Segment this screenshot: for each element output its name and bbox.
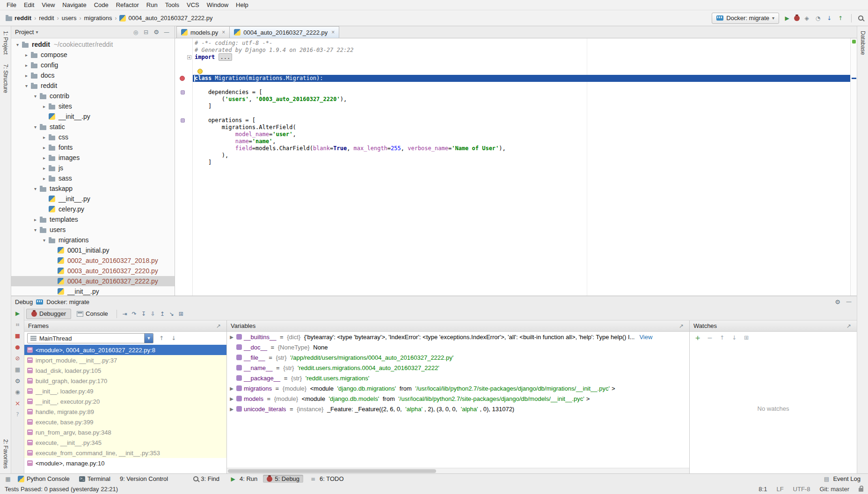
stack-frame[interactable]: __init__, loader.py:49 <box>24 386 226 396</box>
editor-gutter[interactable] <box>175 145 193 152</box>
toolwindow-button-terminal[interactable]: Terminal <box>75 475 114 483</box>
close-icon[interactable]: × <box>330 29 335 36</box>
tree-item[interactable]: ▾taskapp <box>11 183 175 194</box>
scrollbar-thumb[interactable] <box>228 469 436 473</box>
menu-code[interactable]: Code <box>90 0 112 9</box>
editor-gutter[interactable]: + <box>175 54 193 61</box>
tree-expand-icon[interactable]: ▸ <box>41 166 48 171</box>
tree-item[interactable]: ▸images <box>11 153 175 163</box>
tree-item[interactable]: ▸sass <box>11 173 175 183</box>
editor-gutter[interactable] <box>175 138 193 145</box>
mute-breakpoints-icon[interactable]: ⊘ <box>14 354 22 363</box>
variable-row[interactable]: __package__ = {str} 'reddit.users.migrat… <box>227 373 689 383</box>
view-link[interactable]: View <box>639 334 652 341</box>
editor-gutter[interactable] <box>175 47 193 54</box>
line-separator[interactable]: LF <box>776 486 783 493</box>
tree-collapse-icon[interactable]: ▾ <box>32 94 39 99</box>
editor-gutter[interactable] <box>175 75 193 82</box>
tool-button-favorites[interactable]: 2: Favorites <box>1 435 10 473</box>
stack-frame[interactable]: <module>, manage.py:10 <box>24 458 226 468</box>
add-icon[interactable]: + <box>693 334 702 342</box>
tree-expand-icon[interactable]: ▸ <box>41 104 48 109</box>
toolwindow-button-9-version-control[interactable]: 9: Version Control <box>116 475 172 483</box>
thread-selector[interactable]: MainThread ▼ <box>27 333 153 343</box>
menu-file[interactable]: File <box>3 0 20 9</box>
frame-up-icon[interactable]: ↑ <box>157 334 166 342</box>
move-down-icon[interactable]: ↓ <box>730 334 738 342</box>
stack-frame[interactable]: execute, base.py:399 <box>24 417 226 427</box>
editor-scrollbar[interactable] <box>850 38 857 296</box>
help-icon[interactable]: ? <box>14 410 22 419</box>
close-icon[interactable]: × <box>14 399 22 407</box>
collapse-all-icon[interactable]: ⊟ <box>142 28 150 36</box>
git-branch[interactable]: Git: master <box>819 486 849 493</box>
stack-frame[interactable]: handle, migrate.py:89 <box>24 407 226 417</box>
breadcrumb-item[interactable]: users <box>61 15 78 22</box>
tree-item[interactable]: ▸sites <box>11 101 175 111</box>
menu-tools[interactable]: Tools <box>161 0 183 9</box>
tree-expand-icon[interactable]: ▸ <box>41 145 48 150</box>
tree-item[interactable]: ▾contrib <box>11 91 175 101</box>
menu-window[interactable]: Window <box>203 0 232 9</box>
breakpoint-icon[interactable] <box>180 76 185 81</box>
chevron-down-icon[interactable]: ▼ <box>144 334 153 343</box>
editor-gutter[interactable] <box>175 96 193 103</box>
tree-expand-icon[interactable]: ▸ <box>32 217 39 222</box>
stack-frame[interactable]: __init__, executor.py:20 <box>24 396 226 407</box>
code-editor[interactable]: # -*- coding: utf-8 -*-# Generated by Dj… <box>175 38 850 296</box>
variable-row[interactable]: ▶models = {module} <module 'django.db.mo… <box>227 393 689 404</box>
show-execution-point-icon[interactable]: ⇥ <box>121 310 129 318</box>
menu-navigate[interactable]: Navigate <box>58 0 90 9</box>
settings-icon[interactable]: ⚙ <box>152 28 160 36</box>
tool-button-structure[interactable]: 7: Structure <box>1 59 10 98</box>
editor-gutter[interactable] <box>175 82 193 89</box>
tree-item[interactable]: 0003_auto_20160327_2220.py <box>11 266 175 276</box>
editor-gutter[interactable] <box>175 124 193 131</box>
resume-icon[interactable]: ▶ <box>14 309 22 318</box>
close-icon[interactable]: × <box>221 29 225 36</box>
tree-expand-icon[interactable]: ▸ <box>23 63 30 68</box>
expand-arrow-icon[interactable]: ▶ <box>229 334 234 340</box>
tree-expand-icon[interactable]: ▸ <box>23 73 30 78</box>
evaluate-expression-icon[interactable]: ⊞ <box>177 310 185 318</box>
step-into-icon[interactable]: ↧ <box>139 310 148 318</box>
settings-icon[interactable]: ⚙ <box>833 298 842 306</box>
tree-expand-icon[interactable]: ▸ <box>41 176 48 181</box>
tree-collapse-icon[interactable]: ▾ <box>14 42 21 47</box>
editor-gutter[interactable] <box>175 110 193 117</box>
editor-gutter[interactable] <box>175 103 193 110</box>
variable-row[interactable]: __doc__ = {NoneType} None <box>227 342 689 352</box>
variable-row[interactable]: __file__ = {str} '/app/reddit/users/migr… <box>227 352 689 363</box>
menu-refactor[interactable]: Refactor <box>112 0 143 9</box>
tree-collapse-icon[interactable]: ▾ <box>41 238 48 243</box>
breadcrumb-item[interactable]: migrations <box>83 15 113 22</box>
expand-arrow-icon[interactable]: ▶ <box>229 407 234 412</box>
tool-button-project[interactable]: 1: Project <box>1 26 10 59</box>
toolwindow-button-4-run[interactable]: ▶4: Run <box>225 474 261 484</box>
editor-gutter[interactable] <box>175 68 193 75</box>
stack-frame[interactable]: load_disk, loader.py:105 <box>24 365 226 376</box>
stack-frame[interactable]: build_graph, loader.py:170 <box>24 376 226 386</box>
settings-icon[interactable]: ⚙ <box>14 377 22 385</box>
intention-bulb-icon[interactable] <box>197 69 203 74</box>
view-breakpoints-icon[interactable]: ● <box>14 343 22 351</box>
tree-item[interactable]: ▾migrations <box>11 235 175 245</box>
hide-icon[interactable]: — <box>845 298 853 306</box>
variable-row[interactable]: ▶migrations = {module} <module 'django.d… <box>227 383 689 393</box>
float-panel-icon[interactable]: ↗ <box>214 322 223 330</box>
editor-gutter[interactable] <box>175 152 193 159</box>
tree-item[interactable]: ▸docs <box>11 70 175 80</box>
run-icon[interactable]: ▶ <box>783 14 791 22</box>
locate-icon[interactable]: ◎ <box>131 28 140 36</box>
tool-button-database[interactable]: Database <box>859 26 867 59</box>
menu-help[interactable]: Help <box>232 0 252 9</box>
editor-gutter[interactable] <box>175 117 193 124</box>
move-up-icon[interactable]: ↑ <box>718 334 726 342</box>
editor-gutter[interactable] <box>175 131 193 138</box>
fold-icon[interactable]: + <box>187 55 191 59</box>
tree-expand-icon[interactable]: ▸ <box>41 135 48 140</box>
expand-arrow-icon[interactable]: ▶ <box>229 396 234 401</box>
remove-icon[interactable]: − <box>706 334 714 342</box>
tree-collapse-icon[interactable]: ▾ <box>32 227 39 232</box>
tree-expand-icon[interactable]: ▸ <box>41 155 48 160</box>
